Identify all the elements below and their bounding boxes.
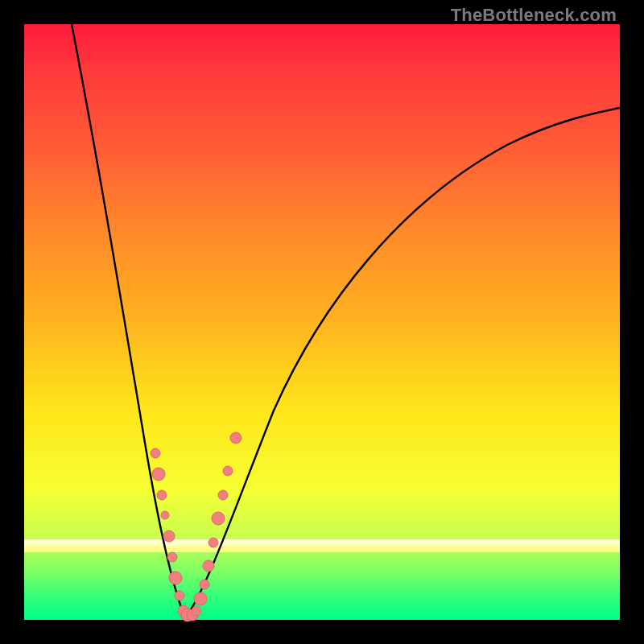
- marker: [169, 572, 182, 584]
- marker: [175, 591, 184, 601]
- marker: [230, 432, 242, 444]
- marker: [203, 560, 214, 572]
- marker: [152, 468, 165, 481]
- marker: [208, 538, 218, 547]
- marker: [161, 511, 169, 519]
- marker: [157, 490, 167, 500]
- marker: [194, 592, 207, 605]
- bottleneck-curve: [24, 24, 620, 620]
- marker: [218, 490, 228, 500]
- marker: [167, 552, 177, 562]
- curve-left-branch: [72, 24, 185, 618]
- curve-right-branch: [185, 108, 620, 618]
- marker: [151, 448, 160, 458]
- marker: [212, 512, 225, 525]
- marker: [223, 466, 233, 476]
- chart-frame: TheBottleneck.com: [0, 0, 644, 644]
- marker: [192, 606, 201, 616]
- watermark-text: TheBottleneck.com: [451, 5, 617, 26]
- marker: [200, 580, 209, 589]
- plot-area: [24, 24, 620, 620]
- marker: [163, 530, 175, 542]
